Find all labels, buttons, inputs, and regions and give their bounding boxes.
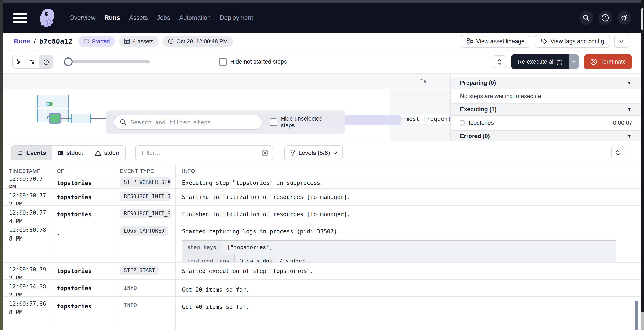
view-asset-lineage-button[interactable]: View asset lineage xyxy=(461,35,531,48)
nav-runs[interactable]: Runs xyxy=(104,12,120,23)
chevron-down-icon xyxy=(618,38,624,44)
spinner-icon xyxy=(459,120,465,126)
column-info[interactable]: INFO xyxy=(176,165,641,177)
flat-view-icon[interactable] xyxy=(13,55,26,68)
edge-scrollbar-segment xyxy=(642,8,643,30)
nav-overview[interactable]: Overview xyxy=(69,12,96,23)
log-row[interactable]: 12:09:54.382 PM topstories INFO Got 20 i… xyxy=(2,280,641,297)
zoom-slider xyxy=(64,55,154,68)
event-level-label: INFO xyxy=(120,285,137,291)
zoom-slider-handle[interactable] xyxy=(64,57,72,66)
svg-text:?: ? xyxy=(604,15,606,20)
tab-stderr[interactable]: stderr xyxy=(89,146,125,160)
clock-icon xyxy=(168,38,174,44)
preparing-empty-message: No steps are waiting to execute xyxy=(450,89,641,103)
executing-step-row[interactable]: topstories 0:00:07 xyxy=(450,116,641,130)
terminal-icon xyxy=(58,150,64,156)
timed-view-icon[interactable] xyxy=(40,55,53,68)
log-filter-input[interactable] xyxy=(135,146,273,161)
hide-unselected-checkbox[interactable] xyxy=(270,118,278,126)
event-list-icon xyxy=(17,150,23,156)
start-time-badge: Oct 29, 12:09:48 PM xyxy=(162,36,233,47)
log-row[interactable]: 12:09:50.792 PM topstories STEP_START St… xyxy=(2,263,641,280)
search-icon xyxy=(120,119,127,126)
gantt-chart: 1s most_frequent Hide unselected steps xyxy=(2,74,450,141)
nav-assets[interactable]: Assets xyxy=(128,12,148,23)
metadata-key: captured_logs xyxy=(182,255,234,263)
nav-automation[interactable]: Automation xyxy=(179,12,211,23)
dagster-logo-icon[interactable] xyxy=(36,6,59,29)
panel-resize-button[interactable] xyxy=(493,55,506,68)
zoom-slider-track[interactable] xyxy=(64,60,150,63)
view-stdout-stderr-link[interactable]: View stdout / stderr xyxy=(234,255,616,263)
event-metadata-table: step_keys ["topstories"] captured_logs V… xyxy=(182,240,616,263)
event-type-pill: STEP_START xyxy=(120,266,159,275)
waiting-step-label[interactable]: most_frequent xyxy=(407,114,450,124)
terminate-button[interactable]: Terminate xyxy=(584,54,632,69)
breadcrumb-separator: / xyxy=(34,37,36,45)
breadcrumb: Runs / b7c80a12 xyxy=(14,37,72,45)
top-navigation-bar: Overview Runs Assets Jobs Automation Dep… xyxy=(2,2,641,33)
reexecute-all-button[interactable]: Re-execute all (*) xyxy=(511,54,569,69)
logs-toolbar: Events stdout stderr Levels (5/6) xyxy=(2,141,641,165)
event-type-pill: STEP_WORKER_STA… xyxy=(120,177,171,187)
help-icon[interactable]: ? xyxy=(598,11,612,25)
step-search-input[interactable] xyxy=(114,115,262,130)
header-more-button[interactable] xyxy=(614,35,628,48)
tag-icon xyxy=(541,38,547,44)
preparing-section-header[interactable]: Preparing (0)▼ xyxy=(450,77,641,89)
time-tick-label: 1s xyxy=(420,78,426,84)
log-row[interactable]: 12:09:50.788 PM - LOGS_CAPTURED Started … xyxy=(2,223,641,263)
executing-section-header[interactable]: Executing (1)▼ xyxy=(450,103,641,116)
hide-not-started-checkbox[interactable] xyxy=(219,58,227,66)
log-table-header: TIMESTAMP OP EVENT TYPE INFO xyxy=(2,165,641,177)
waterfall-view-icon[interactable] xyxy=(26,55,40,68)
column-op[interactable]: OP xyxy=(51,165,116,177)
primary-nav: Overview Runs Assets Jobs Automation Dep… xyxy=(69,12,254,23)
gantt-filter-overlay: Hide unselected steps xyxy=(106,110,346,134)
window-edge-left xyxy=(0,0,2,330)
step-status-panel: Preparing (0)▼ No steps are waiting to e… xyxy=(450,74,641,141)
vertical-scrollbar-thumb[interactable] xyxy=(635,301,638,330)
assets-badge[interactable]: 4 assets xyxy=(119,36,159,47)
log-row[interactable]: 12:09:50.7 PM topstories STEP_WORKER_STA… xyxy=(2,177,641,189)
queued-step-bar[interactable] xyxy=(71,114,91,123)
run-id: b7c80a12 xyxy=(39,37,72,45)
nav-jobs[interactable]: Jobs xyxy=(156,12,170,23)
column-timestamp[interactable]: TIMESTAMP xyxy=(2,165,51,177)
step-dot-ring xyxy=(46,102,50,106)
tab-stdout[interactable]: stdout xyxy=(52,146,89,160)
clear-filter-icon[interactable] xyxy=(262,150,268,157)
nav-deployment[interactable]: Deployment xyxy=(219,12,254,23)
running-step-bar[interactable] xyxy=(49,113,61,124)
edge-bottom-segment xyxy=(641,312,644,330)
search-icon[interactable] xyxy=(580,11,593,25)
tab-events[interactable]: Events xyxy=(12,146,52,160)
reexecute-dropdown-button[interactable] xyxy=(569,54,579,69)
view-tags-config-button[interactable]: View tags and config xyxy=(535,35,610,48)
hide-unselected-label: Hide unselected steps xyxy=(281,116,338,129)
chevron-up-down-icon xyxy=(615,150,620,156)
warning-icon xyxy=(95,150,101,156)
breadcrumb-runs-link[interactable]: Runs xyxy=(14,37,30,45)
column-event-type[interactable]: EVENT TYPE xyxy=(116,165,176,177)
errored-section-header[interactable]: Errored (0)▼ xyxy=(450,130,641,141)
gantt-toolbar: Hide not started steps Re-execute all (*… xyxy=(2,50,641,74)
log-view-tabs: Events stdout stderr xyxy=(11,146,126,161)
gear-icon[interactable] xyxy=(617,11,631,25)
lineage-icon xyxy=(467,38,473,44)
levels-dropdown[interactable]: Levels (5/6) xyxy=(284,146,343,161)
view-mode-switcher xyxy=(12,55,53,69)
menu-icon[interactable] xyxy=(13,13,27,23)
window-edge-top xyxy=(0,0,644,2)
reexecute-split-button: Re-execute all (*) xyxy=(511,54,579,69)
metadata-row: step_keys ["topstories"] xyxy=(182,241,616,255)
event-level-label: INFO xyxy=(120,302,137,308)
log-row[interactable]: 12:09:50.774 PM topstories RESOURCE_INIT… xyxy=(2,206,641,223)
not-started-step-bar[interactable] xyxy=(37,95,69,108)
logs-expand-button[interactable] xyxy=(611,146,624,160)
caret-down-icon: ▼ xyxy=(627,80,632,85)
log-row[interactable]: 12:09:57.868 PM topstories INFO Got 40 i… xyxy=(2,297,641,330)
log-row[interactable]: 12:09:50.772 PM topstories RESOURCE_INIT… xyxy=(2,189,641,206)
event-type-pill: RESOURCE_INIT_S… xyxy=(120,209,171,218)
